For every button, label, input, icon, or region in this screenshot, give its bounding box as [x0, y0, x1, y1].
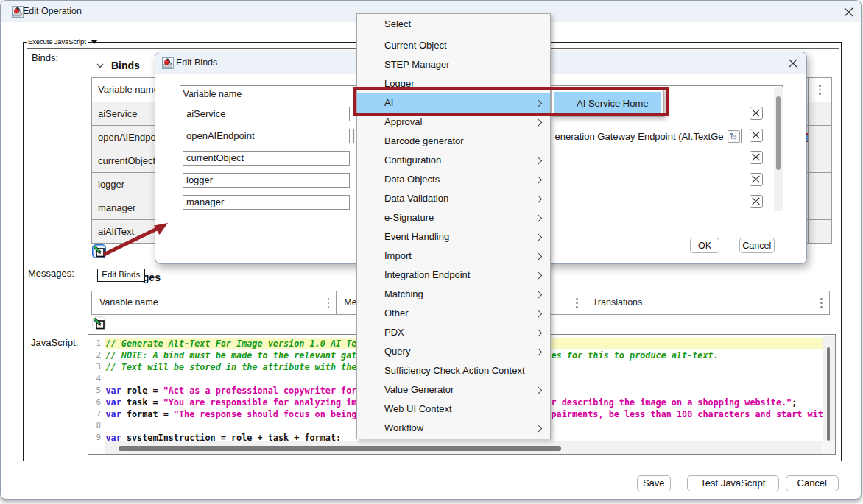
delete-x-icon: [752, 175, 760, 183]
menu-item-workflow[interactable]: Workflow: [357, 419, 551, 438]
menu-item-other[interactable]: Other: [357, 304, 551, 323]
menu-item-pdx[interactable]: PDX: [357, 323, 551, 342]
variable-name-input[interactable]: manager: [183, 195, 350, 210]
menu-item-barcode-generator[interactable]: Barcode generator: [357, 132, 551, 151]
delete-x-icon: [752, 153, 760, 161]
line-number: 6: [88, 397, 101, 408]
line-number: 4: [88, 373, 101, 385]
submenu-arrow-icon: [535, 291, 541, 297]
screenshot-stage: Edit Operation Execute JavaScript Binds:…: [0, 0, 863, 504]
messages-label: Messages:: [28, 268, 74, 279]
delete-bind-button[interactable]: [750, 195, 763, 208]
binds-label: Binds:: [32, 52, 58, 63]
kebab-icon[interactable]: [328, 298, 330, 308]
dialog-close-button[interactable]: [786, 57, 800, 70]
submenu-arrow-icon: [535, 386, 541, 393]
submenu-arrow-icon: [535, 176, 541, 182]
menu-item-web-ui-context[interactable]: Web UI Context: [357, 400, 551, 419]
line-number: 1: [88, 338, 101, 349]
window-close-button[interactable]: [841, 4, 856, 19]
close-icon: [789, 59, 797, 68]
delete-x-icon: [752, 197, 760, 205]
annotation-arrow: [92, 213, 180, 265]
scrollbar-thumb[interactable]: [776, 96, 781, 170]
edit-binds-tooltip: Edit Binds: [97, 269, 145, 282]
variable-name-input[interactable]: aiService: [183, 107, 350, 121]
binds-collapse-icon[interactable]: [96, 61, 105, 70]
submenu-arrow-icon: [535, 425, 541, 431]
submenu-arrow-icon: [535, 195, 541, 202]
line-number: 3: [88, 361, 101, 373]
variable-name-input[interactable]: openAIEndpoint: [183, 129, 350, 143]
line-number: 8: [88, 420, 101, 432]
delete-bind-button[interactable]: [750, 129, 763, 142]
background-icon-sliver: [806, 133, 808, 142]
browse-bind-button[interactable]: [728, 130, 740, 143]
kebab-icon: [819, 85, 821, 95]
row-menu[interactable]: [808, 196, 831, 219]
submenu-arrow-icon: [535, 271, 541, 278]
test-javascript-button[interactable]: Test JavaScript: [687, 475, 779, 491]
save-button[interactable]: Save: [637, 475, 671, 491]
menu-item-current-object[interactable]: Current Object: [357, 36, 551, 55]
scrollbar-thumb[interactable]: [827, 347, 831, 441]
binds-table-header-menu[interactable]: [808, 78, 831, 102]
editor-vertical-scrollbar[interactable]: [823, 336, 835, 442]
dialog-scrollbar[interactable]: [774, 87, 783, 211]
submenu-arrow-icon: [535, 214, 541, 221]
row-menu[interactable]: [808, 149, 831, 172]
menu-item-query[interactable]: Query: [357, 342, 551, 361]
delete-bind-button[interactable]: [750, 107, 763, 120]
dialog-ok-button[interactable]: OK: [690, 238, 719, 253]
line-number: 7: [88, 408, 101, 420]
line-number: 2: [88, 349, 101, 361]
line-number: 9: [88, 432, 101, 442]
kebab-icon[interactable]: [576, 298, 578, 308]
app-icon: [162, 57, 174, 69]
delete-bind-button[interactable]: [750, 173, 763, 186]
editor-horizontal-scrollbar[interactable]: [105, 441, 822, 454]
menu-item-event-handling[interactable]: Event Handling: [357, 227, 551, 246]
delete-x-icon: [752, 131, 760, 139]
javascript-label: JavaScript:: [31, 337, 78, 348]
scrollbar-thumb[interactable]: [119, 446, 561, 451]
variable-name-input[interactable]: logger: [183, 173, 350, 188]
menu-item-import[interactable]: Import: [357, 246, 551, 266]
operation-type-dropdown-icon[interactable]: [91, 40, 98, 44]
menu-item-matching[interactable]: Matching: [357, 285, 551, 304]
submenu-arrow-icon: [535, 252, 541, 259]
menu-item-configuration[interactable]: Configuration: [357, 151, 551, 170]
bind-context-menu: SelectCurrent ObjectSTEP ManagerLoggerAI…: [356, 13, 552, 439]
menu-item-select[interactable]: Select: [357, 15, 551, 34]
submenu-arrow-icon: [535, 157, 541, 163]
submenu-arrow-icon: [535, 348, 541, 355]
bind-value-text: eneration Gateway Endpoint (AI.TextGe: [555, 129, 724, 143]
kebab-icon[interactable]: [820, 298, 823, 308]
submenu-arrow-icon: [535, 233, 541, 240]
row-menu[interactable]: [808, 220, 831, 243]
dialog-cancel-button[interactable]: Cancel: [739, 238, 775, 253]
operation-type-label[interactable]: Execute JavaScript: [27, 37, 88, 46]
variable-name-input[interactable]: currentObject: [183, 151, 350, 166]
menu-item-data-validation[interactable]: Data Validation: [357, 189, 551, 208]
menu-item-value-generator[interactable]: Value Generator: [357, 380, 551, 400]
submenu-arrow-icon: [535, 310, 541, 316]
menu-item-integration-endpoint[interactable]: Integration Endpoint: [357, 266, 551, 285]
cancel-button[interactable]: Cancel: [786, 475, 839, 491]
menu-item-step-manager[interactable]: STEP Manager: [357, 55, 551, 74]
menu-item-e-signature[interactable]: e-Signature: [357, 208, 551, 227]
menu-separator: [357, 35, 551, 35]
row-menu[interactable]: [808, 173, 831, 196]
messages-col-translations: Translations: [585, 291, 829, 314]
messages-col-variable-name: Variable name: [92, 291, 336, 314]
binds-section-title[interactable]: Binds: [111, 60, 140, 71]
menu-item-sufficiency-check-action-context[interactable]: Sufficiency Check Action Context: [357, 361, 551, 380]
delete-bind-button[interactable]: [750, 151, 763, 164]
row-menu[interactable]: [808, 126, 831, 149]
row-menu[interactable]: [808, 102, 831, 125]
dialog-title: Edit Binds: [176, 52, 217, 74]
edit-messages-button[interactable]: [92, 316, 106, 330]
menu-item-data-objects[interactable]: Data Objects: [357, 170, 551, 189]
window-title: Edit Operation: [23, 1, 82, 22]
line-number: 5: [88, 385, 101, 397]
